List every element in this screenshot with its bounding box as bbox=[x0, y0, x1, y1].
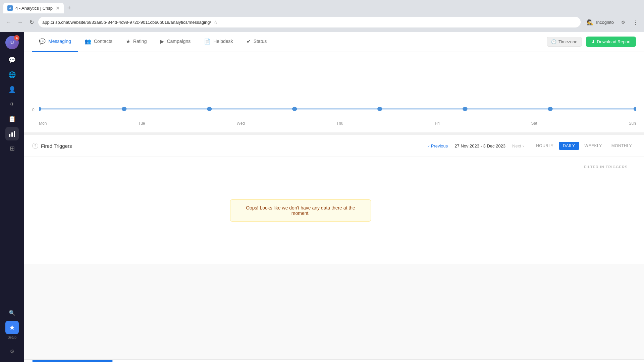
chart-svg bbox=[39, 59, 636, 126]
notification-badge: 4 bbox=[14, 35, 19, 41]
tab-title: 4 - Analytics | Crisp bbox=[15, 6, 53, 11]
section-title-area: ? Fired Triggers bbox=[32, 143, 428, 149]
top-nav-actions: 🕐 Timezone ⬇ Download Report bbox=[547, 37, 636, 47]
svg-rect-1 bbox=[11, 132, 13, 137]
x-label-mon: Mon bbox=[39, 121, 47, 126]
forward-button[interactable]: → bbox=[15, 17, 25, 27]
incognito-icon: 🕵 bbox=[587, 19, 593, 25]
setup-icon bbox=[5, 321, 19, 334]
sidebar: U 4 💬 🌐 👤 ✈ 📋 ⊞ 🔍 Setup ⚙ bbox=[0, 32, 24, 362]
tab-campaigns[interactable]: ▶ Campaigns bbox=[153, 32, 197, 52]
browser-tab[interactable]: 4 4 - Analytics | Crisp ✕ bbox=[3, 3, 64, 13]
period-monthly-button[interactable]: MONTHLY bbox=[607, 142, 636, 150]
svg-rect-0 bbox=[9, 134, 10, 137]
empty-message: Oops! Looks like we don't have any data … bbox=[246, 205, 355, 216]
x-axis-labels: Mon Tue Wed Thu Fri Sat Sun bbox=[39, 121, 636, 126]
rating-icon: ★ bbox=[126, 38, 130, 45]
messaging-icon: 💬 bbox=[39, 38, 46, 45]
svg-point-10 bbox=[463, 107, 467, 111]
nav-tabs: 💬 Messaging 👥 Contacts ★ Rating ▶ Campai… bbox=[32, 32, 547, 52]
period-buttons: HOURLY DAILY WEEKLY MONTHLY bbox=[532, 142, 636, 150]
svg-point-5 bbox=[39, 107, 41, 111]
filter-label: FILTER IN TRIGGERS bbox=[584, 165, 628, 169]
date-range: 27 Nov 2023 - 3 Dec 2023 bbox=[452, 143, 508, 148]
helpdesk-icon: 📄 bbox=[204, 38, 211, 45]
svg-point-7 bbox=[207, 107, 212, 111]
sidebar-item-globe[interactable]: 🌐 bbox=[5, 68, 19, 81]
x-label-fri: Fri bbox=[435, 121, 440, 126]
chart-y-label: 0 bbox=[32, 108, 35, 112]
section-header: ? Fired Triggers ‹ Previous 27 Nov 2023 … bbox=[24, 135, 644, 157]
section-body: Oops! Looks like we don't have any data … bbox=[24, 157, 644, 264]
x-label-thu: Thu bbox=[336, 121, 343, 126]
contacts-icon: 👥 bbox=[85, 38, 91, 45]
fired-triggers-section: ? Fired Triggers ‹ Previous 27 Nov 2023 … bbox=[24, 135, 644, 264]
svg-rect-2 bbox=[14, 131, 15, 137]
sidebar-item-inbox[interactable]: 📋 bbox=[5, 112, 19, 126]
status-icon: ✔ bbox=[247, 38, 251, 45]
sidebar-item-contacts[interactable]: 👤 bbox=[5, 83, 19, 96]
empty-state: Oops! Looks like we don't have any data … bbox=[230, 199, 371, 222]
next-button[interactable]: Next › bbox=[512, 143, 524, 148]
menu-button[interactable]: ⋮ bbox=[631, 17, 640, 27]
top-nav: 💬 Messaging 👥 Contacts ★ Rating ▶ Campai… bbox=[24, 32, 644, 52]
x-label-wed: Wed bbox=[237, 121, 245, 126]
period-hourly-button[interactable]: HOURLY bbox=[532, 142, 557, 150]
svg-point-9 bbox=[377, 107, 382, 111]
bookmark-icon[interactable]: ☆ bbox=[214, 20, 218, 25]
help-icon[interactable]: ? bbox=[32, 143, 38, 149]
tab-rating[interactable]: ★ Rating bbox=[119, 32, 153, 52]
svg-point-11 bbox=[548, 107, 552, 111]
address-bar[interactable]: app.crisp.chat/website/6833ae5b-844d-4c9… bbox=[38, 17, 581, 27]
svg-point-12 bbox=[634, 107, 636, 111]
tab-favicon: 4 bbox=[7, 5, 13, 11]
scroll-indicator[interactable] bbox=[32, 360, 113, 362]
content-area: 0 bbox=[24, 52, 644, 359]
tab-helpdesk[interactable]: 📄 Helpdesk bbox=[197, 32, 239, 52]
svg-marker-3 bbox=[9, 325, 15, 330]
new-tab-button[interactable]: + bbox=[64, 3, 74, 13]
section-main: Oops! Looks like we don't have any data … bbox=[24, 157, 577, 264]
main-content: 💬 Messaging 👥 Contacts ★ Rating ▶ Campai… bbox=[24, 32, 644, 362]
download-report-button[interactable]: ⬇ Download Report bbox=[586, 37, 636, 47]
period-daily-button[interactable]: DAILY bbox=[559, 142, 579, 150]
tab-messaging[interactable]: 💬 Messaging bbox=[32, 32, 78, 52]
sidebar-setup[interactable]: Setup bbox=[5, 321, 19, 339]
extensions-button[interactable]: ⚙ bbox=[619, 17, 628, 27]
chart-container: 0 bbox=[32, 59, 636, 126]
tab-contacts[interactable]: 👥 Contacts bbox=[78, 32, 119, 52]
section-nav: ‹ Previous 27 Nov 2023 - 3 Dec 2023 Next… bbox=[428, 143, 524, 148]
setup-label: Setup bbox=[8, 336, 16, 339]
x-label-tue: Tue bbox=[138, 121, 145, 126]
chart-section: 0 bbox=[24, 52, 644, 135]
download-icon: ⬇ bbox=[591, 39, 595, 44]
clock-icon: 🕐 bbox=[551, 39, 556, 44]
sidebar-settings-button[interactable]: ⚙ bbox=[5, 345, 19, 358]
sidebar-item-send[interactable]: ✈ bbox=[5, 98, 19, 111]
timezone-button[interactable]: 🕐 Timezone bbox=[547, 37, 582, 47]
x-label-sat: Sat bbox=[531, 121, 537, 126]
incognito-area: 🕵 Incognito bbox=[587, 19, 614, 25]
browser-tabs: 4 4 - Analytics | Crisp ✕ + bbox=[0, 0, 644, 13]
address-bar-icons: ☆ bbox=[214, 20, 218, 25]
browser-nav: ← → ↻ app.crisp.chat/website/6833ae5b-84… bbox=[0, 13, 644, 31]
chart-area: Mon Tue Wed Thu Fri Sat Sun bbox=[39, 59, 636, 126]
back-button[interactable]: ← bbox=[4, 17, 13, 27]
previous-button[interactable]: ‹ Previous bbox=[428, 143, 448, 148]
campaigns-icon: ▶ bbox=[160, 38, 164, 45]
filter-sidebar: FILTER IN TRIGGERS bbox=[577, 157, 644, 264]
period-weekly-button[interactable]: WEEKLY bbox=[581, 142, 606, 150]
sidebar-search-button[interactable]: 🔍 bbox=[5, 306, 19, 319]
avatar[interactable]: U 4 bbox=[5, 36, 19, 49]
section-title: Fired Triggers bbox=[41, 143, 72, 149]
sidebar-item-chat[interactable]: 💬 bbox=[5, 53, 19, 67]
sidebar-item-dashboard[interactable]: ⊞ bbox=[5, 142, 19, 155]
tab-status[interactable]: ✔ Status bbox=[240, 32, 274, 52]
bottom-bar bbox=[24, 359, 644, 362]
reload-button[interactable]: ↻ bbox=[27, 17, 36, 27]
svg-point-8 bbox=[292, 107, 297, 111]
sidebar-item-analytics[interactable] bbox=[5, 127, 19, 140]
x-label-sun: Sun bbox=[629, 121, 636, 126]
svg-point-6 bbox=[122, 107, 126, 111]
tab-close-button[interactable]: ✕ bbox=[56, 5, 60, 11]
